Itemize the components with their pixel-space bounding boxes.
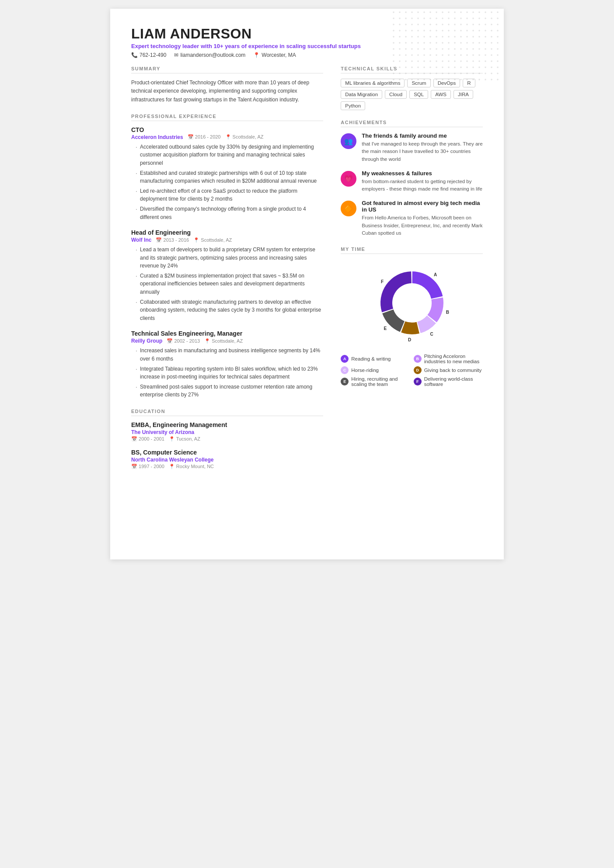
svg-point-196	[491, 73, 492, 74]
svg-point-105	[485, 42, 486, 44]
svg-point-87	[485, 36, 486, 38]
bullet-item: Increased sales in manufacturing and bus…	[136, 347, 323, 363]
legend-text: Giving back to community	[424, 368, 482, 373]
achievement-icon: 👥	[341, 133, 356, 149]
legend-dot: E	[341, 378, 349, 385]
svg-point-107	[497, 42, 499, 44]
svg-point-5	[423, 11, 425, 13]
svg-point-40	[417, 24, 419, 25]
svg-point-3	[411, 11, 413, 13]
job-meta: Acceleron Industries📅 2016 - 2020📍 Scott…	[131, 134, 323, 140]
svg-point-142	[491, 54, 492, 56]
achievements-title: ACHIEVEMENTS	[341, 120, 483, 127]
job-title: Head of Engineering	[131, 229, 323, 236]
mytime-title: MY TIME	[341, 247, 483, 254]
achievement-title: The friends & family around me	[362, 132, 483, 139]
education-list: EMBA, Engineering ManagementThe Universi…	[131, 421, 323, 469]
svg-point-27	[448, 17, 450, 19]
svg-point-50	[478, 24, 480, 25]
donut-label-C: C	[430, 332, 433, 337]
svg-point-151	[436, 60, 437, 62]
donut-chart-container: ABCDEF	[341, 259, 483, 347]
degree-title: BS, Computer Science	[131, 449, 323, 456]
edu-dates: 📅 2000 - 2001	[131, 436, 164, 442]
svg-point-6	[429, 11, 431, 13]
svg-point-13	[472, 11, 474, 13]
summary-title: SUMMARY	[131, 66, 323, 73]
svg-point-159	[485, 60, 486, 62]
svg-point-148	[417, 60, 419, 62]
legend-dot: F	[414, 378, 422, 385]
svg-point-195	[485, 73, 486, 74]
svg-point-53	[497, 24, 499, 25]
svg-point-20	[405, 17, 407, 19]
svg-point-12	[466, 11, 468, 13]
svg-point-24	[429, 17, 431, 19]
achievement-text: that I've managed to keep through the ye…	[362, 140, 483, 163]
donut-segment-A	[412, 271, 443, 299]
skill-tag: R	[463, 79, 475, 87]
contact-info: 📞 762-12-490 ✉ liamanderson@outlook.com …	[131, 52, 483, 58]
skill-tag: SQL	[409, 90, 428, 99]
svg-point-38	[405, 24, 407, 25]
bullet-item: Lead a team of developers to build a pro…	[136, 246, 323, 270]
svg-point-70	[491, 30, 492, 31]
svg-point-178	[491, 66, 492, 68]
svg-point-71	[497, 30, 499, 31]
legend-item: CHorse-riding	[341, 366, 410, 374]
edu-location: 📍 Tucson, AZ	[169, 436, 200, 442]
donut-label-A: A	[434, 272, 437, 277]
job-title: Technical Sales Engineering, Manager	[131, 330, 323, 337]
svg-point-42	[429, 24, 431, 25]
school-name: The University of Arizona	[131, 429, 323, 435]
bullet-item: Curated a $2M business implementation pr…	[136, 272, 323, 296]
email-icon: ✉	[174, 52, 178, 58]
job-dates: 📅 2013 - 2016	[156, 237, 189, 243]
svg-point-30	[466, 17, 468, 19]
location-info: 📍 Worcester, MA	[253, 52, 296, 58]
achievement-icon: 🔶	[341, 201, 356, 216]
achievement-content: The friends & family around methat I've …	[362, 132, 483, 163]
svg-point-155	[460, 60, 462, 62]
donut-chart: ABCDEF	[368, 259, 456, 347]
svg-point-46	[454, 24, 456, 25]
achievement-item: 💗My weaknesses & failuresfrom bottom-ran…	[341, 170, 483, 193]
legend-item: EHiring, recruiting and scaling the team	[341, 376, 410, 387]
svg-point-17	[497, 11, 499, 13]
skill-tag: AWS	[431, 90, 451, 99]
svg-point-144	[393, 60, 394, 62]
svg-point-14	[478, 11, 480, 13]
job-meta: Reilly Group📅 2002 - 2013📍 Scottsdale, A…	[131, 338, 323, 344]
legend-item: BPitching Acceloron industries to new me…	[414, 354, 483, 364]
experience-list: CTOAcceleron Industries📅 2016 - 2020📍 Sc…	[131, 126, 323, 399]
donut-label-F: F	[381, 279, 384, 284]
legend-dot: D	[414, 366, 422, 374]
svg-point-157	[472, 60, 474, 62]
svg-point-143	[497, 54, 499, 56]
svg-point-22	[417, 17, 419, 19]
svg-point-106	[491, 42, 492, 44]
legend-text: Pitching Acceloron industries to new med…	[424, 354, 483, 364]
mytime-section: MY TIME ABCDEF AReading & writingBPitchi…	[341, 247, 483, 387]
bullet-item: Streamlined post-sales support to increa…	[136, 383, 323, 399]
svg-point-146	[405, 60, 407, 62]
svg-point-1	[399, 11, 401, 13]
job-company: Reilly Group	[131, 338, 162, 344]
svg-point-149	[423, 60, 425, 62]
svg-point-214	[491, 79, 492, 80]
job-company: Wolf Inc	[131, 237, 151, 243]
skill-tag: ML libraries & algorithms	[341, 79, 405, 87]
job-meta: Wolf Inc📅 2013 - 2016📍 Scottsdale, AZ	[131, 237, 323, 243]
edu-meta: 📅 2000 - 2001📍 Tucson, AZ	[131, 436, 323, 442]
achievement-text: From Hello America to Forbes, Microsoft …	[362, 214, 483, 237]
job-bullets: Lead a team of developers to build a pro…	[131, 246, 323, 322]
education-title: EDUCATION	[131, 409, 323, 416]
svg-point-34	[491, 17, 492, 19]
legend-item: FDelivering world-class software	[414, 376, 483, 387]
job-dates: 📅 2016 - 2020	[188, 134, 221, 140]
svg-point-31	[472, 17, 474, 19]
svg-point-48	[466, 24, 468, 25]
achievement-content: My weaknesses & failuresfrom bottom-rank…	[362, 170, 483, 193]
donut-label-D: D	[408, 337, 411, 342]
svg-point-41	[423, 24, 425, 25]
